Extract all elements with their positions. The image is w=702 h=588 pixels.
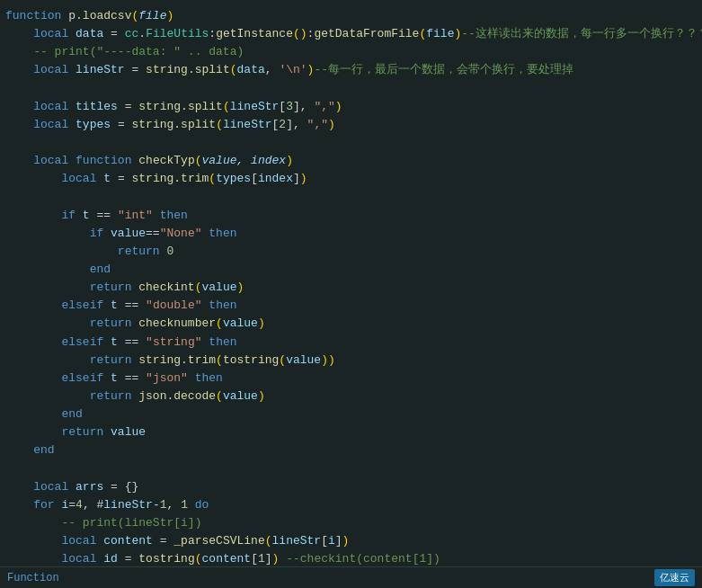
code-line-8 bbox=[5, 134, 697, 152]
code-line-3: -- print("----data: " .. data) bbox=[5, 43, 697, 61]
code-line-12: if t == "int" then bbox=[5, 207, 697, 225]
watermark-badge: 亿速云 bbox=[654, 569, 695, 586]
code-line-10: local t = string.trim(types[index]) bbox=[5, 170, 697, 188]
code-line-14: return 0 bbox=[5, 243, 697, 261]
code-line-27: local arrs = {} bbox=[5, 478, 697, 496]
code-line-11 bbox=[5, 188, 697, 206]
code-container: function p.loadcsv(file) local data = cc… bbox=[0, 0, 702, 566]
code-line-25: end bbox=[5, 441, 697, 459]
code-line-22: return json.decode(value) bbox=[5, 388, 697, 405]
footer-right: 亿速云 bbox=[654, 569, 695, 586]
code-line-6: local titles = string.split(lineStr[3], … bbox=[5, 98, 697, 116]
code-line-5 bbox=[5, 80, 697, 98]
code-line-21: elseif t == "json" then bbox=[5, 370, 697, 388]
code-line-9: local function checkTyp(value, index) bbox=[5, 152, 697, 170]
code-line-30: local content = _parseCSVLine(lineStr[i]… bbox=[5, 532, 697, 550]
code-line-20: return string.trim(tostring(value)) bbox=[5, 352, 697, 370]
code-line-2: local data = cc.FileUtils:getInstance():… bbox=[5, 25, 697, 43]
code-line-15: end bbox=[5, 261, 697, 279]
footer: Function 亿速云 bbox=[0, 566, 702, 588]
code-line-7: local types = string.split(lineStr[2], "… bbox=[5, 116, 697, 134]
code-line-29: -- print(lineStr[i]) bbox=[5, 514, 697, 532]
footer-label: Function bbox=[7, 572, 59, 584]
code-line-13: if value=="None" then bbox=[5, 225, 697, 243]
code-line-17: elseif t == "double" then bbox=[5, 297, 697, 315]
code-line-4: local lineStr = string.split(data, '\n')… bbox=[5, 61, 697, 79]
code-line-26 bbox=[5, 460, 697, 478]
code-line-31: local id = tostring(content[1]) --checki… bbox=[5, 550, 697, 566]
code-line-23: end bbox=[5, 405, 697, 423]
code-line-28: for i=4, #lineStr-1, 1 do bbox=[5, 496, 697, 514]
code-line-1: function p.loadcsv(file) bbox=[5, 7, 697, 25]
code-line-18: return checknumber(value) bbox=[5, 315, 697, 333]
code-line-19: elseif t == "string" then bbox=[5, 334, 697, 352]
code-line-24: return value bbox=[5, 423, 697, 441]
code-line-16: return checkint(value) bbox=[5, 279, 697, 297]
